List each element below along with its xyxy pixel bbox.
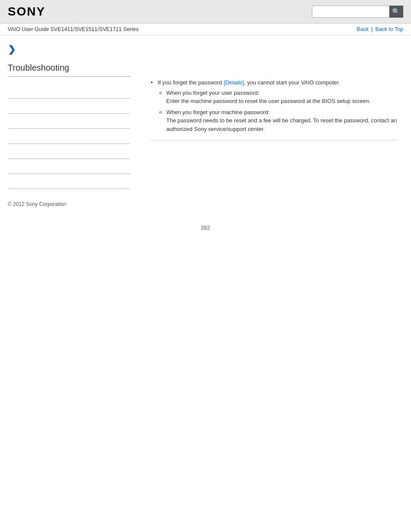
sidebar-link-item-6[interactable] xyxy=(8,159,130,174)
nav-title: VAIO User Guide SVE1411/SVE1511/SVE1711 … xyxy=(8,26,138,32)
back-link[interactable]: Back xyxy=(357,26,369,32)
sidebar-link-item-2[interactable] xyxy=(8,99,130,114)
details-link[interactable]: [Details] xyxy=(224,79,244,86)
sub-item-user-desc: Enter the machine password to reset the … xyxy=(166,97,398,106)
back-to-top-link[interactable]: Back to Top xyxy=(375,26,403,32)
main-content: ❯ Troubleshooting xyxy=(0,35,411,216)
header: SONY 🔍 xyxy=(0,0,411,24)
content-area: If you forget the password [Details], yo… xyxy=(138,35,411,216)
breadcrumb-arrow: ❯ xyxy=(8,44,130,55)
page-footer: 282 xyxy=(0,216,411,240)
sub-list: When you forget your user password: Ente… xyxy=(158,89,398,134)
sidebar-title: Troubleshooting xyxy=(8,63,130,77)
sidebar-link-item-3[interactable] xyxy=(8,114,130,129)
sub-item-user-password: When you forget your user password: Ente… xyxy=(158,89,398,106)
content-divider xyxy=(151,140,398,140)
nav-separator: | xyxy=(371,26,373,32)
sony-logo: SONY xyxy=(8,5,45,19)
main-text-before: If you forget the password xyxy=(158,79,224,86)
sub-item-user-label: When you forget your user password: xyxy=(166,90,259,96)
sub-item-machine-label: When you forget your machine password: xyxy=(166,109,270,115)
search-input[interactable] xyxy=(312,6,389,18)
nav-bar: VAIO User Guide SVE1411/SVE1511/SVE1711 … xyxy=(0,24,411,35)
search-area: 🔍 xyxy=(312,6,403,18)
sidebar-link-item-1[interactable] xyxy=(8,84,130,99)
content-list: If you forget the password [Details], yo… xyxy=(151,78,398,133)
sidebar: ❯ Troubleshooting xyxy=(0,35,138,216)
sidebar-footer: © 2012 Sony Corporation xyxy=(8,201,130,207)
sidebar-links xyxy=(8,84,130,189)
content-item-password: If you forget the password [Details], yo… xyxy=(151,78,398,133)
sidebar-link-item-4[interactable] xyxy=(8,129,130,144)
sub-item-machine-desc: The password needs to be reset and a fee… xyxy=(166,116,398,133)
page-number: 282 xyxy=(201,224,210,231)
search-button[interactable]: 🔍 xyxy=(389,6,403,18)
sidebar-link-item-5[interactable] xyxy=(8,144,130,159)
main-text-after: , you cannot start your VAIO computer. xyxy=(244,79,340,86)
sub-item-machine-password: When you forget your machine password: T… xyxy=(158,108,398,134)
nav-links: Back | Back to Top xyxy=(357,26,403,32)
search-icon: 🔍 xyxy=(392,8,400,16)
sidebar-link-item-7[interactable] xyxy=(8,174,130,189)
